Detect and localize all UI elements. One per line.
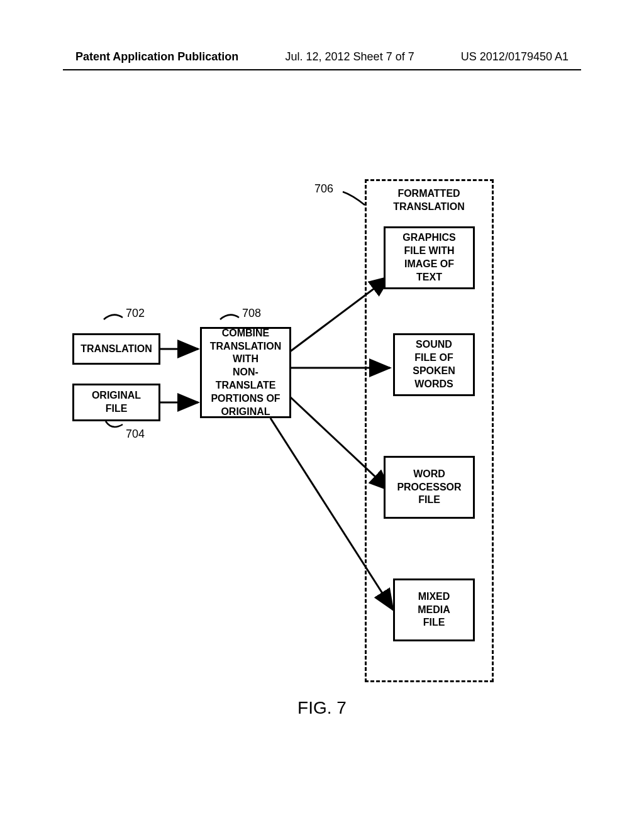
- header-center: Jul. 12, 2012 Sheet 7 of 7: [286, 50, 414, 64]
- ref-702: 702: [126, 307, 145, 320]
- connector-lines: [63, 170, 581, 736]
- sound-file-box: SOUND FILE OF SPOKEN WORDS: [393, 333, 475, 396]
- ref-708: 708: [242, 307, 261, 320]
- combine-box: COMBINE TRANSLATION WITH NON-TRANSLATE P…: [200, 327, 291, 418]
- header-left: Patent Application Publication: [75, 50, 238, 64]
- translation-box: TRANSLATION: [72, 333, 160, 365]
- container-title: FORMATTED TRANSLATION: [379, 187, 479, 214]
- mixed-media-box: MIXED MEDIA FILE: [393, 578, 475, 641]
- graphics-file-box: GRAPHICS FILE WITH IMAGE OF TEXT: [384, 226, 475, 289]
- ref-704: 704: [126, 428, 145, 441]
- word-processor-box: WORD PROCESSOR FILE: [384, 456, 475, 519]
- figure-label: FIG. 7: [297, 698, 347, 718]
- original-file-box: ORIGINAL FILE: [72, 384, 160, 421]
- header-divider: [63, 69, 581, 70]
- figure-7-diagram: TRANSLATION ORIGINAL FILE COMBINE TRANSL…: [63, 170, 581, 736]
- ref-706: 706: [314, 182, 333, 196]
- header-right: US 2012/0179450 A1: [461, 50, 569, 64]
